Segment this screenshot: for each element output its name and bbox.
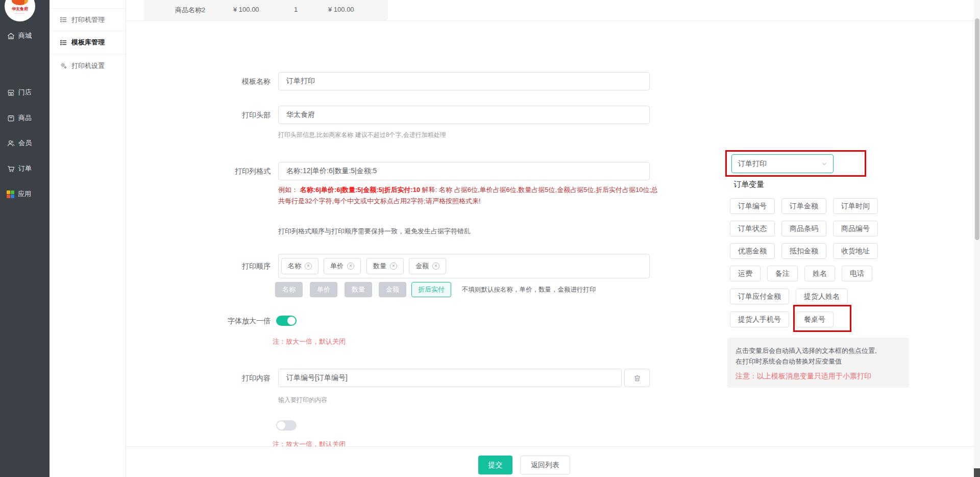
toggle-knob <box>287 317 296 325</box>
print-content-input[interactable]: 订单编号[订单编号] <box>278 369 622 387</box>
add-field-name-button[interactable]: 名称 <box>275 282 303 297</box>
variable-name-button[interactable]: 姓名 <box>804 266 835 281</box>
tip-line-2: 在打印时系统会自动替换对应变量值 <box>736 356 901 367</box>
variable-freight-button[interactable]: 运费 <box>730 266 761 281</box>
chip-label: 金额 <box>415 261 429 271</box>
variable-picker-mobile-button[interactable]: 提货人手机号 <box>730 312 789 327</box>
vertical-scrollbar[interactable] <box>974 0 980 477</box>
variable-order-no-button[interactable]: 订单编号 <box>730 198 775 214</box>
order-chip-amount[interactable]: 金额× <box>409 258 446 274</box>
table-divider <box>126 20 974 21</box>
add-field-price-button[interactable]: 单价 <box>310 282 337 297</box>
submit-button[interactable]: 提交 <box>478 456 512 474</box>
variable-row: 运费 备注 姓名 电话 <box>730 266 872 281</box>
remove-chip-icon[interactable]: × <box>432 263 439 270</box>
sidebar-item-label: 商品 <box>18 113 32 123</box>
template-type-value: 订单打印 <box>738 159 767 169</box>
sidebar-item-label: 订单 <box>18 164 32 173</box>
tip-line-1: 点击变量后会自动插入选择的文本框的焦点位置, <box>736 345 901 356</box>
chip-label: 单价 <box>330 261 344 271</box>
column-format-value: 名称:12|单价:6|数量:5|金额:5 <box>286 166 377 176</box>
list-icon <box>60 16 67 23</box>
delete-print-content-button[interactable] <box>624 369 650 387</box>
font-zoom-toggle[interactable] <box>276 316 297 326</box>
chip-label: 名称 <box>288 261 301 271</box>
variable-payable-amount-button[interactable]: 订单应付金额 <box>730 289 789 304</box>
variable-remark-button[interactable]: 备注 <box>767 266 798 281</box>
variable-order-status-button[interactable]: 订单状态 <box>730 221 775 236</box>
variable-row: 订单应付金额 提货人姓名 <box>730 289 848 304</box>
scrollbar-thumb[interactable] <box>975 18 979 240</box>
sidebar-item-apps[interactable]: 应用 <box>0 186 50 202</box>
submenu-item-printer-settings[interactable]: 打印机设置 <box>50 54 126 77</box>
apps-icon <box>7 190 14 198</box>
variable-shipping-address-button[interactable]: 收货地址 <box>833 243 878 259</box>
add-field-discount-button[interactable]: 折后实付 <box>411 282 451 297</box>
template-name-input[interactable]: 订单打印 <box>278 72 650 90</box>
sidebar-item-store[interactable]: 门店 <box>0 85 50 100</box>
toggle-knob <box>277 421 285 430</box>
chip-label: 数量 <box>373 261 386 271</box>
submenu-item-printer-management[interactable]: 打印机管理 <box>50 8 126 31</box>
brand-logo[interactable]: 华太食府 — — — — <box>5 0 35 21</box>
variable-order-time-button[interactable]: 订单时间 <box>833 198 878 214</box>
variable-deduction-amount-button[interactable]: 抵扣金额 <box>781 243 826 259</box>
print-content-value: 订单编号[订单编号] <box>286 373 348 383</box>
print-header-input[interactable]: 华太食府 <box>278 106 650 124</box>
cart-icon <box>7 164 15 173</box>
column-format-input[interactable]: 名称:12|单价:6|数量:5|金额:5 <box>278 162 650 180</box>
variable-barcode-button[interactable]: 商品条码 <box>781 221 826 236</box>
variables-tip-box: 点击变量后会自动插入选择的文本框的焦点位置, 在打印时系统会自动替换对应变量值 … <box>727 338 909 388</box>
order-variables-heading: 订单变量 <box>733 180 764 189</box>
sidebar-item-orders[interactable]: 订单 <box>0 161 50 176</box>
variable-order-amount-button[interactable]: 订单金额 <box>781 198 826 214</box>
table-row: 商品名称2 ¥ 100.00 1 ¥ 100.00 <box>144 0 388 20</box>
print-header-value: 华太食府 <box>286 110 315 120</box>
column-format-label: 打印列格式 <box>194 162 271 180</box>
scrollbar-corner <box>974 468 980 477</box>
sidebar-item-label: 门店 <box>18 88 32 97</box>
sidebar-item-label: 商城 <box>18 31 32 40</box>
gear-icon <box>60 62 67 69</box>
template-name-label: 模板名称 <box>194 72 271 90</box>
goods-icon <box>7 114 15 123</box>
add-field-qty-button[interactable]: 数量 <box>345 282 372 297</box>
print-content-label: 打印内容 <box>194 369 271 387</box>
variable-product-no-button[interactable]: 商品编号 <box>833 221 878 236</box>
main-content: 商品名称2 ¥ 100.00 1 ¥ 100.00 模板名称 订单打印 打印头部… <box>126 0 974 477</box>
sidebar-item-members[interactable]: 会员 <box>0 135 50 151</box>
variable-discount-amount-button[interactable]: 优惠金额 <box>730 243 775 259</box>
print-header-help: 打印头部信息,比如商家名称 建议不超过8个字,会进行加粗处理 <box>278 131 446 139</box>
store-icon <box>7 88 15 97</box>
remove-chip-icon[interactable]: × <box>347 263 354 270</box>
add-field-amount-button[interactable]: 金额 <box>379 282 406 297</box>
main-sidebar: 华太食府 — — — — 商城 门店 商品 会员 订单 应用 <box>0 0 50 477</box>
variable-picker-name-button[interactable]: 提货人姓名 <box>796 289 848 304</box>
print-order-label: 打印顺序 <box>194 257 271 275</box>
order-chip-qty[interactable]: 数量× <box>366 258 404 274</box>
printer-submenu: 打印机管理 模板库管理 打印机设置 <box>50 0 126 477</box>
cell-quantity: 1 <box>294 6 298 13</box>
remove-chip-icon[interactable]: × <box>390 263 397 270</box>
sidebar-item-mall[interactable]: 商城 <box>0 28 50 43</box>
trash-icon <box>633 374 642 383</box>
template-name-value: 订单打印 <box>286 77 315 86</box>
template-type-select[interactable]: 订单打印 <box>731 154 834 173</box>
variable-row: 提货人手机号 餐桌号 <box>730 312 834 327</box>
sidebar-item-label: 应用 <box>18 189 31 199</box>
variable-table-no-button[interactable]: 餐桌号 <box>796 312 834 327</box>
brand-logo-graphic <box>12 0 28 5</box>
submenu-item-template-library[interactable]: 模板库管理 <box>50 31 126 54</box>
submenu-item-label: 打印机设置 <box>71 61 105 70</box>
sidebar-item-goods[interactable]: 商品 <box>0 110 50 126</box>
order-chip-name[interactable]: 名称× <box>281 258 318 274</box>
order-chip-price[interactable]: 单价× <box>324 258 361 274</box>
back-to-list-button[interactable]: 返回列表 <box>520 456 570 474</box>
remove-chip-icon[interactable]: × <box>305 263 312 270</box>
brand-logo-subtext: — — — — <box>5 12 35 14</box>
variable-row: 订单编号 订单金额 订单时间 <box>730 198 878 214</box>
cell-total: ¥ 100.00 <box>328 6 354 13</box>
print-content-help: 输入要打印的内容 <box>278 396 327 404</box>
print-content-toggle[interactable] <box>276 420 297 431</box>
variable-phone-button[interactable]: 电话 <box>842 266 872 281</box>
